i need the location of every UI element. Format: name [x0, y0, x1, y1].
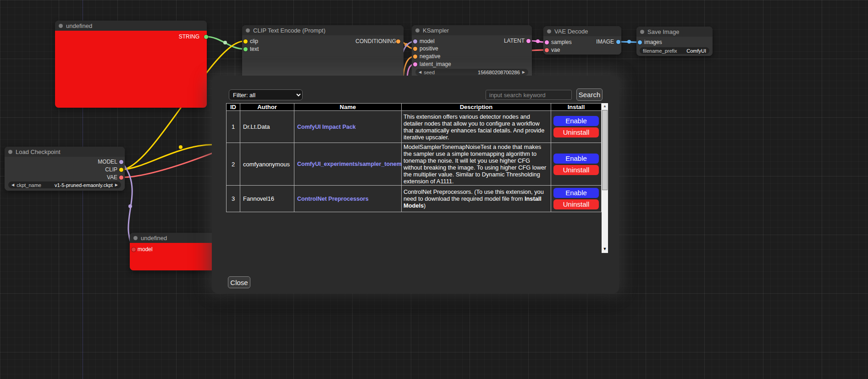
input-label-samples: samples [551, 39, 572, 45]
node-undefined-top[interactable]: undefined STRING [55, 21, 207, 108]
port-model-input[interactable] [132, 247, 136, 252]
node-collapse-dot-icon[interactable] [59, 24, 63, 28]
input-label-clip: clip [250, 38, 258, 44]
extension-author: Dr.Lt.Data [240, 111, 294, 143]
input-label-images: images [644, 39, 662, 45]
node-collapse-dot-icon[interactable] [640, 30, 644, 34]
extension-description: ModelSamplerTonemapNoiseTest a node that… [402, 143, 551, 186]
port-images-input[interactable] [638, 40, 642, 44]
node-load-checkpoint[interactable]: Load Checkpoint MODEL CLIP VAE ◀ ckpt_na… [5, 147, 125, 191]
enable-button[interactable]: Enable [553, 154, 599, 164]
input-label-positive: positive [420, 45, 438, 52]
scroll-down-arrow-icon[interactable]: ▼ [602, 246, 608, 252]
port-model-input[interactable] [413, 39, 417, 44]
node-title: undefined [141, 235, 167, 242]
link-dot-conditioning [404, 43, 408, 47]
port-vae-input[interactable] [545, 48, 549, 52]
port-negative-input[interactable] [413, 55, 417, 59]
node-title: VAE Decode [554, 28, 588, 35]
ckpt-name-value: v1-5-pruned-emaonly.ckpt [55, 182, 113, 188]
combo-left-arrow-icon[interactable]: ◀ [419, 69, 421, 76]
link-dot-clip [179, 145, 182, 149]
close-button[interactable]: Close [228, 276, 250, 288]
port-image-output[interactable] [616, 40, 620, 44]
search-input[interactable] [486, 90, 572, 100]
extension-name-link[interactable]: ControlNet Preprocessors [297, 196, 369, 202]
node-collapse-dot-icon[interactable] [133, 236, 138, 240]
output-label-clip: CLIP [105, 166, 117, 173]
column-header-name: Name [294, 104, 402, 111]
output-label-conditioning: CONDITIONING [355, 38, 396, 44]
seed-widget-label: seed [424, 70, 435, 75]
link-string-to-text [206, 37, 244, 49]
port-latent-image-input[interactable] [413, 62, 417, 66]
output-label-vae: VAE [107, 174, 117, 181]
port-clip-output[interactable] [119, 168, 123, 172]
column-header-id: ID [227, 104, 240, 111]
link-dot-latent [536, 39, 540, 43]
uninstall-button[interactable]: Uninstall [553, 165, 599, 175]
node-title: KSampler [423, 27, 449, 34]
column-header-author: Author [240, 104, 294, 111]
port-text-input[interactable] [243, 47, 248, 51]
extension-id: 1 [227, 111, 240, 143]
node-collapse-dot-icon[interactable] [547, 29, 551, 33]
port-vae-output[interactable] [119, 176, 123, 180]
table-scrollbar[interactable]: ▲ ▼ [602, 103, 608, 253]
scroll-up-arrow-icon[interactable]: ▲ [602, 104, 608, 109]
input-label-negative: negative [420, 53, 440, 60]
search-button[interactable]: Search [576, 88, 603, 101]
uninstall-button[interactable]: Uninstall [553, 127, 599, 137]
extension-author: Fannovel16 [240, 186, 294, 212]
input-label-model: model [138, 246, 153, 253]
port-model-output[interactable] [119, 160, 123, 164]
port-latent-output[interactable] [526, 39, 531, 43]
extension-id: 2 [227, 143, 240, 186]
node-save-image[interactable]: Save Image images filename_prefix ComfyU… [636, 27, 713, 56]
link-dot-string [223, 41, 227, 44]
extension-name-link[interactable]: ComfyUI_experiments/sampler_tonemap [297, 161, 402, 167]
enable-button[interactable]: Enable [553, 116, 599, 126]
port-conditioning-output[interactable] [396, 39, 400, 44]
seed-widget-value: 156680208700286 [478, 70, 520, 75]
combo-right-arrow-icon[interactable]: ▶ [115, 181, 118, 188]
node-vae-decode[interactable]: VAE Decode samples vae IMAGE [543, 26, 621, 55]
node-collapse-dot-icon[interactable] [415, 28, 420, 33]
extension-description: This extension offers various detector n… [402, 111, 551, 143]
extension-name-link[interactable]: ComfyUI Impact Pack [297, 124, 356, 130]
filter-select[interactable]: Filter: all [229, 89, 303, 100]
table-header-row: ID Author Name Description Install [227, 104, 602, 111]
extension-author: comfyanonymous [240, 143, 294, 186]
node-collapse-dot-icon[interactable] [8, 150, 12, 154]
extensions-table: ID Author Name Description Install 1 Dr.… [226, 103, 602, 212]
node-collapse-dot-icon[interactable] [246, 28, 250, 33]
output-label-latent: LATENT [504, 38, 525, 44]
column-header-description: Description [402, 104, 551, 111]
combo-left-arrow-icon[interactable]: ◀ [11, 181, 14, 188]
port-clip-input[interactable] [243, 39, 248, 44]
node-title: undefined [66, 22, 92, 29]
port-samples-input[interactable] [545, 40, 549, 44]
filename-prefix-widget[interactable]: filename_prefix ComfyUI [640, 47, 709, 54]
scrollbar-thumb[interactable] [602, 110, 608, 190]
ckpt-name-label: ckpt_name [17, 182, 41, 188]
custom-nodes-manager-dialog: Filter: all Search ID Author Name Descri… [212, 76, 619, 293]
enable-button[interactable]: Enable [553, 188, 599, 198]
output-label-model: MODEL [98, 159, 117, 165]
port-positive-input[interactable] [413, 47, 417, 51]
input-label-latent-image: latent_image [420, 61, 451, 67]
input-label-text: text [250, 46, 259, 52]
extension-row: 2 comfyanonymous ComfyUI_experiments/sam… [227, 143, 602, 186]
uninstall-button[interactable]: Uninstall [553, 199, 599, 209]
combo-right-arrow-icon[interactable]: ▶ [522, 69, 525, 76]
ckpt-name-widget[interactable]: ◀ ckpt_name v1-5-pruned-emaonly.ckpt ▶ [8, 181, 121, 188]
extension-description: ControlNet Preprocessors. (To use this e… [402, 186, 551, 212]
input-label-vae: vae [551, 47, 560, 53]
port-string-output[interactable] [204, 35, 208, 39]
extension-id: 3 [227, 186, 240, 212]
link-dot-image [627, 40, 631, 44]
seed-widget[interactable]: ◀ seed 156680208700286 ▶ [415, 69, 528, 76]
column-header-install: Install [551, 104, 602, 111]
node-title: CLIP Text Encode (Prompt) [253, 27, 326, 34]
output-label-string: STRING [179, 33, 199, 40]
